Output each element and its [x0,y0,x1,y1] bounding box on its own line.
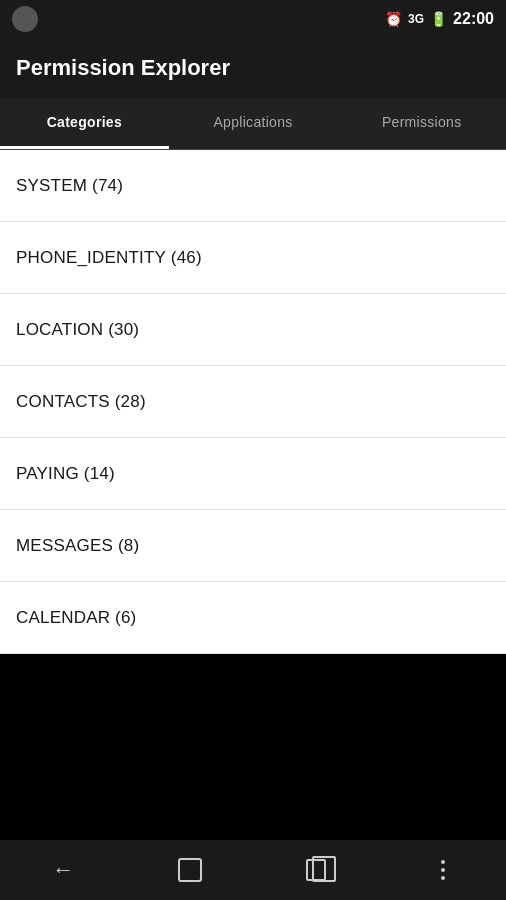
list-item-label: CALENDAR (6) [16,608,136,628]
signal-icon: 3G [408,12,424,26]
status-bar: 3G 22:00 [0,0,506,38]
list-item-label: CONTACTS (28) [16,392,146,412]
tab-permissions[interactable]: Permissions [337,98,506,149]
recents-icon [306,859,326,881]
list-item-label: SYSTEM (74) [16,176,123,196]
list-item[interactable]: SYSTEM (74) [0,150,506,222]
more-options-button[interactable] [419,846,467,894]
home-icon [178,858,202,882]
list-item[interactable]: CALENDAR (6) [0,582,506,654]
action-bar: Permission Explorer [0,38,506,98]
tab-categories[interactable]: Categories [0,98,169,149]
status-time: 22:00 [453,10,494,28]
page-title: Permission Explorer [16,55,230,81]
list-item[interactable]: PHONE_IDENTITY (46) [0,222,506,294]
category-list: SYSTEM (74) PHONE_IDENTITY (46) LOCATION… [0,150,506,654]
back-button[interactable] [39,846,87,894]
bottom-navigation [0,840,506,900]
alarm-icon [385,10,402,28]
list-item[interactable]: CONTACTS (28) [0,366,506,438]
list-item-label: LOCATION (30) [16,320,139,340]
android-logo [12,6,38,32]
list-item-label: MESSAGES (8) [16,536,139,556]
recents-button[interactable] [292,846,340,894]
list-item[interactable]: LOCATION (30) [0,294,506,366]
list-item-label: PAYING (14) [16,464,115,484]
more-options-icon [441,860,445,880]
tab-bar: Categories Applications Permissions [0,98,506,150]
list-item-label: PHONE_IDENTITY (46) [16,248,202,268]
battery-icon [430,10,447,28]
list-item[interactable]: PAYING (14) [0,438,506,510]
back-icon [52,857,74,883]
home-button[interactable] [166,846,214,894]
tab-applications[interactable]: Applications [169,98,338,149]
list-item[interactable]: MESSAGES (8) [0,510,506,582]
